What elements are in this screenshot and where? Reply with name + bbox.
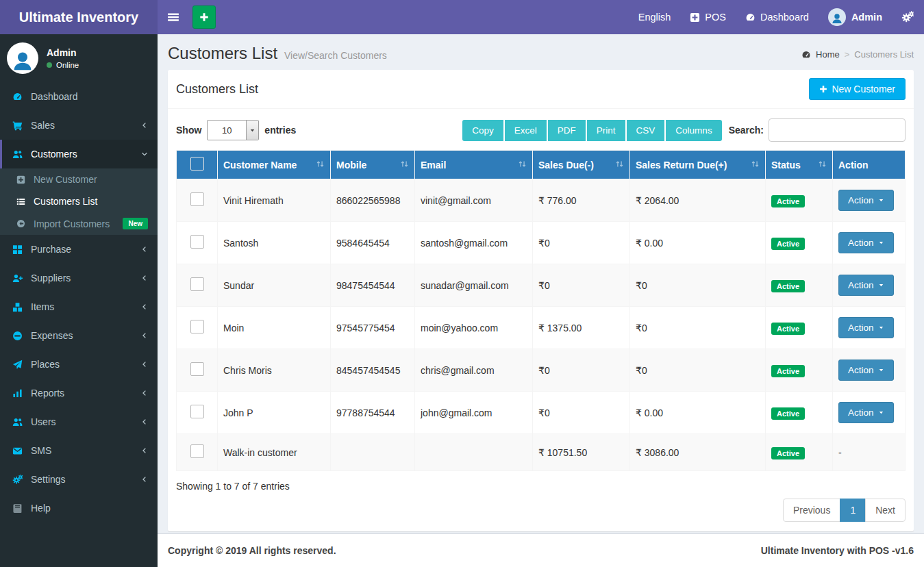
column-header-sales-return-due[interactable]: Sales Return Due(+) (630, 151, 766, 179)
chevron-left-icon (141, 388, 148, 399)
cogs-icon (901, 11, 914, 23)
export-print-button[interactable]: Print (587, 120, 625, 141)
list-icon (15, 197, 27, 206)
row-checkbox[interactable] (190, 320, 204, 333)
minus-circle-icon (10, 331, 24, 341)
chevron-left-icon (141, 273, 148, 284)
sidebar-item-places[interactable]: Places (0, 350, 158, 379)
action-button[interactable]: Action (838, 232, 894, 253)
customer-name-cell: Walk-in customer (218, 434, 331, 471)
sidebar-user-panel: Admin Online (0, 34, 158, 82)
status-cell: Active (766, 264, 833, 307)
sales-return-due-cell: ₹0 (630, 307, 766, 349)
user-plus-icon (10, 273, 24, 284)
export-excel-button[interactable]: Excel (505, 120, 547, 141)
sidebar-subitem-customers-list[interactable]: Customers List (0, 190, 158, 212)
sidebar-item-sms[interactable]: SMS (0, 436, 158, 465)
brand-logo[interactable]: Ultimate Inventory (0, 0, 158, 34)
action-cell: Action (833, 307, 906, 349)
sidebar-item-expenses[interactable]: Expenses (0, 321, 158, 350)
sidebar-item-dashboard[interactable]: Dashboard (0, 82, 158, 111)
action-cell: Action (833, 264, 906, 307)
sales-due-cell: ₹0 (533, 222, 630, 264)
pagination-previous[interactable]: Previous (783, 499, 840, 522)
sort-icon (316, 160, 325, 171)
nav-dashboard[interactable]: Dashboard (745, 12, 809, 23)
export-pdf-button[interactable]: PDF (548, 120, 586, 141)
action-empty: - (838, 447, 842, 458)
row-checkbox[interactable] (190, 235, 204, 249)
action-button[interactable]: Action (838, 275, 894, 296)
breadcrumb-current: Customers List (854, 49, 914, 60)
row-checkbox[interactable] (190, 444, 204, 458)
column-header-status[interactable]: Status (766, 151, 833, 179)
pagination-page-1[interactable]: 1 (840, 499, 866, 522)
action-button[interactable]: Action (838, 360, 894, 381)
row-checkbox[interactable] (190, 405, 204, 418)
status-cell: Active (766, 179, 833, 222)
row-checkbox[interactable] (190, 192, 204, 206)
status-cell: Active (766, 392, 833, 434)
nav-language[interactable]: English (638, 12, 671, 23)
action-button[interactable]: Action (838, 402, 894, 423)
export-copy-button[interactable]: Copy (462, 120, 503, 141)
caret-down-icon (878, 197, 884, 203)
search-input[interactable] (769, 118, 906, 142)
email-cell: chris@gmail.com (415, 349, 533, 392)
user-menu[interactable]: Admin (828, 8, 882, 26)
customers-table: Customer Name Mobile Email Sales Due(-) … (176, 150, 906, 471)
sidebar-item-users[interactable]: Users (0, 407, 158, 436)
sidebar-subitem-import-customers[interactable]: Import Customers New (0, 212, 158, 235)
row-checkbox[interactable] (190, 362, 204, 376)
pagination-next[interactable]: Next (865, 499, 906, 522)
sidebar-item-help[interactable]: Help (0, 494, 158, 522)
column-header-sales-due[interactable]: Sales Due(-) (533, 151, 630, 179)
sidebar-item-suppliers[interactable]: Suppliers (0, 264, 158, 292)
sidebar-item-customers[interactable]: Customers (0, 140, 158, 168)
arrow-circle-left-icon (15, 219, 27, 228)
column-header-email[interactable]: Email (415, 151, 533, 179)
th-large-icon (10, 244, 24, 255)
mobile-cell: 97545775454 (331, 307, 415, 349)
bar-chart-icon (10, 388, 24, 399)
sidebar-item-purchase[interactable]: Purchase (0, 235, 158, 264)
sidebar-item-sales[interactable]: Sales (0, 111, 158, 140)
breadcrumb-home[interactable]: Home (816, 49, 840, 60)
table-row: Walk-in customer ₹ 10751.50 ₹ 3086.00 Ac… (177, 434, 906, 471)
sort-icon (400, 160, 409, 171)
footer-version: Ultimate Inventory with POS -v1.6 (761, 545, 914, 556)
plus-square-icon (690, 12, 700, 23)
nav-pos[interactable]: POS (690, 12, 726, 23)
status-cell: Active (766, 434, 833, 471)
page-size-select[interactable]: 10 (207, 120, 259, 140)
sidebar-item-settings[interactable]: Settings (0, 465, 158, 494)
page-heading: Customers List View/Search Customers (168, 44, 387, 63)
export-csv-button[interactable]: CSV (627, 120, 665, 141)
settings-gear-button[interactable] (901, 11, 914, 23)
status-cell: Active (766, 349, 833, 392)
action-button[interactable]: Action (838, 317, 894, 338)
export-columns-button[interactable]: Columns (666, 120, 721, 141)
row-checkbox[interactable] (190, 277, 204, 291)
quick-add-button[interactable] (192, 5, 216, 29)
email-cell: sunadar@gmail.com (415, 264, 533, 307)
sidebar-toggle-button[interactable] (158, 0, 188, 34)
status-badge: Active (771, 238, 805, 250)
column-header-customer-name[interactable]: Customer Name (218, 151, 331, 179)
new-customer-button[interactable]: New Customer (809, 78, 906, 100)
chevron-left-icon (141, 416, 148, 427)
chevron-left-icon (141, 445, 148, 456)
status-badge: Active (771, 323, 805, 335)
sidebar-subitem-new-customer[interactable]: New Customer (0, 168, 158, 190)
mobile-cell: 866022565988 (331, 179, 415, 222)
action-button[interactable]: Action (838, 190, 894, 211)
show-label: Show (176, 125, 201, 136)
sales-due-cell: ₹0 (533, 349, 630, 392)
select-all-checkbox[interactable] (190, 157, 204, 171)
caret-down-icon (878, 325, 884, 331)
tachometer-icon (10, 92, 24, 102)
column-header-mobile[interactable]: Mobile (331, 151, 415, 179)
sidebar-item-items[interactable]: Items (0, 292, 158, 321)
sidebar-item-reports[interactable]: Reports (0, 379, 158, 407)
cart-icon (10, 121, 24, 131)
